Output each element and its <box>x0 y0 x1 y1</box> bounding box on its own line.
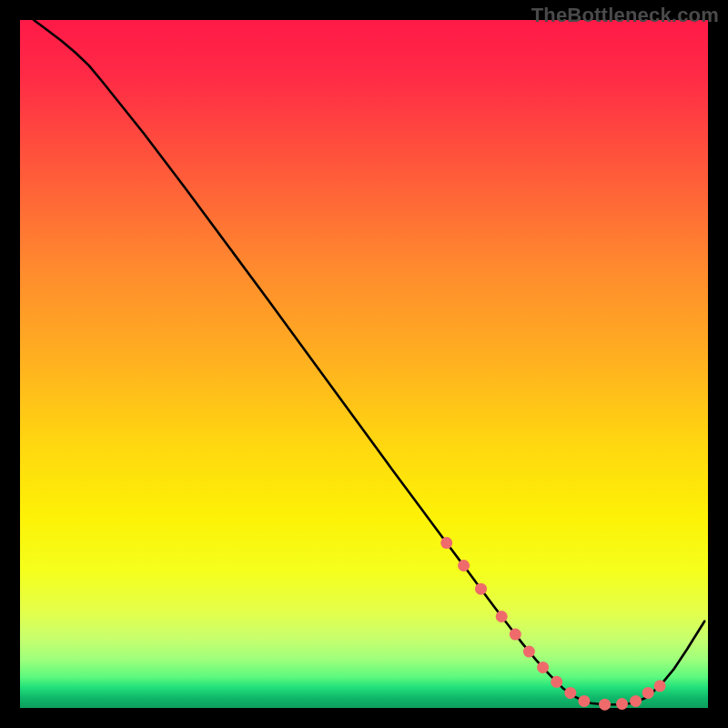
curve-marker <box>564 687 576 699</box>
watermark-text: TheBottleneck.com <box>531 4 719 27</box>
curve-marker <box>642 687 654 699</box>
curve-marker <box>510 629 521 641</box>
curve-marker <box>578 695 590 707</box>
curve-marker <box>599 699 611 711</box>
curve-marker <box>616 698 628 710</box>
chart-frame: TheBottleneck.com <box>0 0 728 728</box>
curve-marker <box>440 537 452 549</box>
curve-marker <box>654 680 666 692</box>
curve-marker <box>630 695 642 707</box>
curve-marker <box>475 583 487 595</box>
curve-marker <box>551 676 562 688</box>
curve-marker <box>458 560 470 571</box>
curve-marker <box>523 646 535 658</box>
curve-marker <box>537 662 549 673</box>
plot-area <box>20 20 708 708</box>
curve-layer <box>20 20 708 708</box>
bottleneck-curve <box>34 20 704 704</box>
curve-marker <box>496 611 508 622</box>
curve-markers <box>440 537 665 711</box>
